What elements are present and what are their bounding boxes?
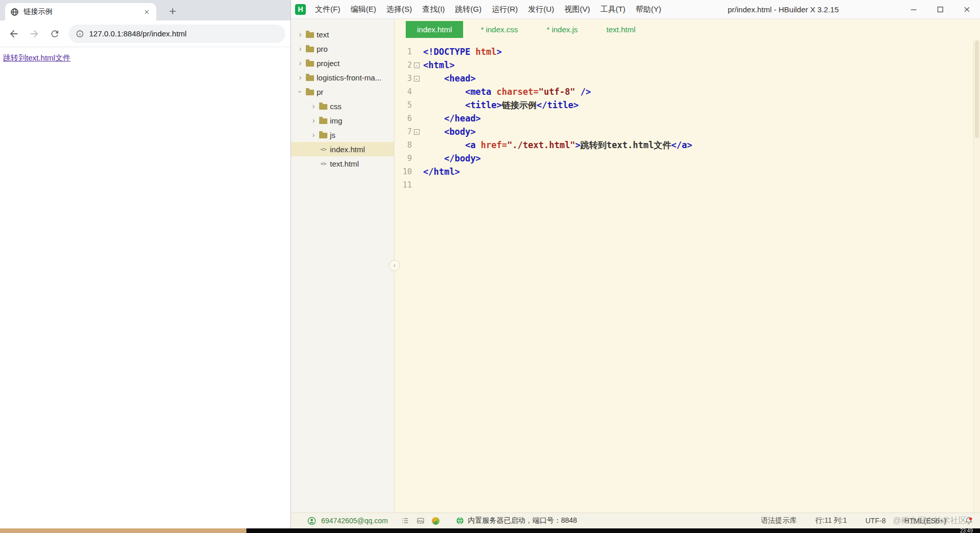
account-icon[interactable] [307, 517, 316, 525]
code-line[interactable]: 1<!DOCTYPE html> [394, 45, 980, 58]
code-line[interactable]: 9 </body> [394, 152, 980, 165]
encoding-label[interactable]: UTF-8 [865, 517, 886, 525]
tree-item[interactable]: ›img [291, 113, 394, 128]
scrollbar-thumb[interactable] [975, 40, 979, 138]
editor-tab[interactable]: index.html [406, 21, 463, 38]
page-link[interactable]: 跳转到text.html文件 [3, 53, 71, 62]
menu-item[interactable]: 文件(F) [310, 0, 345, 18]
code-token: 跳转到text.html文件 [580, 140, 671, 150]
line-number: 5 [394, 98, 412, 112]
code-line[interactable]: 5 <title>链接示例</title> [394, 98, 980, 112]
code-token: <!DOCTYPE [423, 47, 475, 57]
maximize-button[interactable] [927, 0, 953, 18]
menu-item[interactable]: 工具(T) [595, 0, 631, 18]
window-controls [900, 0, 980, 18]
code-token: html [475, 47, 496, 57]
editor-tab[interactable]: * index.js [535, 21, 589, 38]
code-token: </html> [423, 167, 460, 177]
theme-palette-icon[interactable] [432, 517, 440, 525]
new-tab-button[interactable] [165, 4, 180, 19]
chevron-right-icon[interactable]: › [297, 30, 303, 38]
ide-titlebar: H 文件(F)编辑(E)选择(S)查找(I)跳转(G)运行(R)发行(U)视图(… [291, 0, 980, 19]
folder-icon [306, 75, 314, 81]
minimize-button[interactable] [900, 0, 927, 18]
menu-item[interactable]: 编辑(E) [345, 0, 381, 18]
tree-item[interactable]: ›project [291, 56, 394, 70]
tree-item[interactable]: <>text.html [291, 156, 394, 171]
code-line[interactable]: 10</html> [394, 165, 980, 178]
reload-button[interactable] [46, 25, 64, 43]
browser-tab[interactable]: 链接示例 [5, 3, 156, 20]
sidebar-collapse-handle[interactable]: ‹ [389, 260, 400, 271]
address-bar[interactable]: 127.0.0.1:8848/pr/index.html [69, 25, 285, 43]
fold-spacer [412, 98, 421, 112]
chevron-right-icon[interactable]: › [297, 45, 303, 53]
chevron-right-icon[interactable]: › [297, 73, 303, 81]
menu-item[interactable]: 帮助(Y) [631, 0, 666, 18]
outline-list-icon[interactable] [401, 517, 409, 525]
code-line[interactable]: 7- <body> [394, 125, 980, 138]
close-button[interactable] [953, 0, 980, 18]
code-token [423, 100, 465, 110]
chevron-down-icon[interactable]: › [296, 89, 304, 95]
forward-button[interactable] [26, 25, 43, 43]
cursor-position[interactable]: 行:11 列:1 [815, 516, 847, 525]
fold-marker-icon[interactable]: - [412, 72, 421, 85]
statusbar-icons [401, 517, 440, 525]
tree-item[interactable]: ›logistics-front-ma... [291, 70, 394, 85]
line-number: 2 [394, 58, 412, 72]
code-line[interactable]: 3- <head> [394, 72, 980, 85]
menu-item[interactable]: 查找(I) [417, 0, 450, 18]
tree-item[interactable]: ›css [291, 99, 394, 113]
menu-item[interactable]: 跳转(G) [450, 0, 487, 18]
code-line[interactable]: 6 </head> [394, 112, 980, 125]
chevron-right-icon[interactable]: › [310, 102, 317, 110]
code-editor[interactable]: 1<!DOCTYPE html>2-<html>3- <head>4 <meta… [394, 39, 980, 512]
tree-item[interactable]: ›text [291, 27, 394, 42]
code-token: 链接示例 [502, 100, 537, 110]
editor-scrollbar[interactable] [973, 39, 980, 512]
tree-item-label: project [317, 59, 340, 68]
chevron-right-icon[interactable]: › [297, 59, 303, 67]
tab-close-icon[interactable] [142, 7, 151, 16]
menu-item[interactable]: 视图(V) [559, 0, 595, 18]
code-line[interactable]: 4 <meta charset="utf-8" /> [394, 85, 980, 98]
page-info-icon[interactable] [76, 30, 84, 38]
windows-taskbar[interactable]: 23:49 [0, 528, 980, 533]
chevron-right-icon[interactable]: › [310, 131, 317, 139]
image-preview-icon[interactable] [416, 517, 425, 525]
code-text: <a href="./text.html">跳转到text.html文件</a> [421, 138, 692, 152]
back-button[interactable] [5, 25, 23, 43]
code-line[interactable]: 2-<html> [394, 58, 980, 72]
tree-item[interactable]: ›pr [291, 85, 394, 99]
tree-item[interactable]: <>index.html [291, 142, 394, 156]
folder-icon [319, 133, 327, 138]
folder-icon [319, 104, 327, 110]
server-status[interactable]: 内置服务器已启动，端口号：8848 [456, 516, 577, 525]
code-token: </head> [444, 113, 481, 124]
code-token [423, 73, 444, 84]
code-line[interactable]: 8 <a href="./text.html">跳转到text.html文件</… [394, 138, 980, 152]
editor-tabs: index.html* index.css* index.jstext.html [394, 19, 980, 39]
account-email[interactable]: 694742605@qq.com [321, 517, 388, 525]
tree-item-label: pr [317, 88, 323, 96]
chevron-right-icon[interactable]: › [310, 116, 317, 125]
fold-marker-icon[interactable]: - [412, 125, 421, 138]
code-line[interactable]: 11 [394, 178, 980, 192]
menu-item[interactable]: 选择(S) [381, 0, 417, 18]
tree-item[interactable]: ›js [291, 128, 394, 142]
window-title: pr/index.html - HBuilder X 3.2.15 [666, 5, 900, 14]
syntax-lib-label[interactable]: 语法提示库 [761, 516, 797, 525]
tree-item-label: img [330, 116, 342, 125]
editor-tab[interactable]: text.html [595, 21, 647, 38]
editor-tab[interactable]: * index.css [469, 21, 529, 38]
line-number: 10 [394, 165, 412, 178]
line-number: 11 [394, 178, 412, 192]
menu-item[interactable]: 运行(R) [487, 0, 523, 18]
tree-item[interactable]: ›pro [291, 42, 394, 56]
code-token: </a> [671, 140, 692, 150]
fold-marker-icon[interactable]: - [412, 58, 421, 72]
url-text[interactable]: 127.0.0.1:8848/pr/index.html [89, 29, 186, 38]
menu-item[interactable]: 发行(U) [523, 0, 559, 18]
fold-box: - [414, 76, 420, 81]
